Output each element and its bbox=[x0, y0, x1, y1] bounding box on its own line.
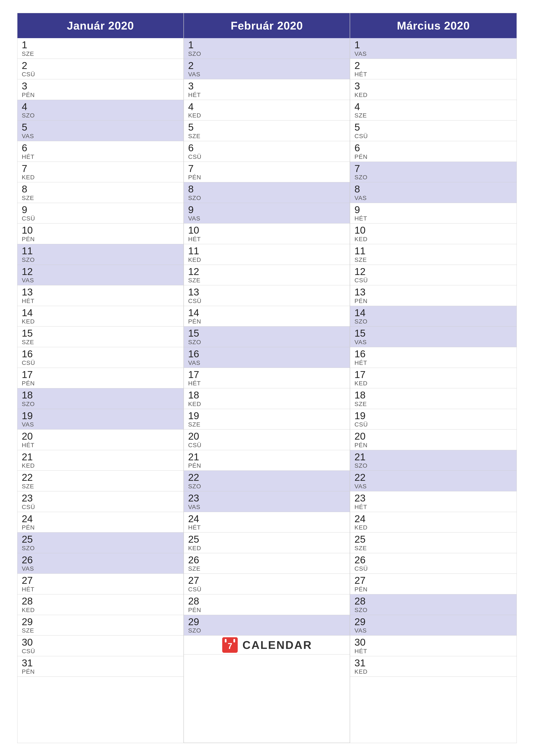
day-number: 9 bbox=[354, 204, 367, 215]
day-cell: 2CSÜ bbox=[22, 60, 35, 78]
day-row: 13PÉN bbox=[350, 285, 517, 306]
day-cell: 16VAS bbox=[188, 348, 200, 366]
day-cell: 2HÉT bbox=[354, 60, 367, 78]
day-number: 14 bbox=[188, 307, 201, 318]
day-abbr: CSÜ bbox=[188, 586, 202, 593]
day-abbr: SZO bbox=[22, 545, 35, 552]
day-number: 6 bbox=[188, 143, 202, 153]
day-abbr: VAS bbox=[188, 71, 200, 78]
day-number: 23 bbox=[354, 493, 367, 504]
day-row: 27CSÜ bbox=[184, 574, 350, 594]
day-cell: 8SZO bbox=[188, 184, 201, 202]
day-row: 5CSÜ bbox=[350, 121, 517, 141]
day-abbr: PÉN bbox=[22, 524, 35, 531]
day-number: 20 bbox=[354, 431, 368, 442]
day-row: 24HÉT bbox=[184, 512, 350, 533]
day-cell: 27CSÜ bbox=[188, 575, 202, 593]
day-cell: 20CSÜ bbox=[188, 431, 202, 449]
day-cell: 19SZE bbox=[188, 410, 200, 428]
day-cell: 30HÉT bbox=[354, 637, 367, 655]
day-row: 6CSÜ bbox=[184, 141, 350, 162]
day-row: 26SZE bbox=[184, 553, 350, 574]
day-row: 18SZE bbox=[350, 388, 517, 409]
day-number: 15 bbox=[22, 328, 34, 339]
day-abbr: VAS bbox=[354, 627, 367, 634]
day-number: 22 bbox=[354, 472, 367, 483]
day-row: 29SZO bbox=[184, 615, 350, 636]
day-row: 16CSÜ bbox=[17, 347, 184, 368]
day-number: 21 bbox=[354, 451, 368, 463]
day-number: 1 bbox=[22, 40, 34, 50]
day-row: 23VAS bbox=[184, 491, 350, 512]
day-row: 7SZO bbox=[350, 162, 517, 182]
day-number: 14 bbox=[354, 307, 368, 318]
day-cell: 29VAS bbox=[354, 616, 367, 634]
day-number: 24 bbox=[188, 513, 201, 524]
day-number: 6 bbox=[22, 143, 35, 153]
day-abbr: SZE bbox=[22, 483, 34, 490]
day-abbr: PÉN bbox=[22, 380, 35, 387]
day-number: 21 bbox=[22, 451, 35, 463]
day-row: 28PÉN bbox=[184, 594, 350, 615]
day-abbr: CSÜ bbox=[354, 277, 368, 284]
day-row: 25KED bbox=[184, 532, 350, 553]
day-number: 13 bbox=[22, 286, 35, 298]
day-number: 27 bbox=[188, 575, 202, 586]
day-abbr: PÉN bbox=[188, 174, 201, 181]
day-row: 7KED bbox=[17, 162, 184, 182]
day-abbr: KED bbox=[22, 462, 35, 469]
day-number: 20 bbox=[22, 431, 35, 442]
day-abbr: KED bbox=[188, 256, 201, 263]
day-number: 21 bbox=[188, 451, 201, 463]
day-row: 16HÉT bbox=[350, 347, 517, 368]
day-number: 1 bbox=[188, 40, 201, 50]
day-row: 24KED bbox=[350, 512, 517, 533]
day-number: 17 bbox=[188, 369, 201, 380]
day-cell: 19VAS bbox=[22, 410, 34, 428]
day-number: 29 bbox=[188, 616, 201, 627]
day-abbr: CSÜ bbox=[354, 421, 368, 428]
day-row: 2VAS bbox=[184, 59, 350, 80]
calendar-logo-icon: 7 bbox=[221, 636, 239, 654]
day-number: 16 bbox=[188, 348, 200, 360]
day-cell: 30CSÜ bbox=[22, 637, 35, 655]
empty-row bbox=[184, 655, 350, 743]
day-number: 31 bbox=[354, 658, 368, 668]
day-number: 16 bbox=[22, 348, 35, 360]
day-row: 3HÉT bbox=[184, 79, 350, 100]
day-abbr: KED bbox=[188, 545, 201, 552]
day-abbr: KED bbox=[354, 524, 368, 531]
day-row: 29VAS bbox=[350, 615, 517, 636]
day-number: 4 bbox=[188, 101, 201, 112]
day-number: 15 bbox=[354, 328, 367, 339]
day-number: 29 bbox=[22, 616, 34, 627]
day-abbr: HÉT bbox=[354, 504, 367, 511]
day-cell: 21PÉN bbox=[188, 451, 201, 470]
svg-text:7: 7 bbox=[228, 641, 232, 651]
day-row: 10HÉT bbox=[184, 224, 350, 244]
day-row: 1SZO bbox=[184, 38, 350, 59]
day-cell: 17PÉN bbox=[22, 369, 35, 387]
day-cell: 24PÉN bbox=[22, 513, 35, 531]
day-number: 26 bbox=[22, 554, 34, 565]
day-row: 25SZE bbox=[350, 532, 517, 553]
logo-text: CALENDAR bbox=[242, 638, 312, 652]
day-cell: 28KED bbox=[22, 596, 35, 613]
day-row: 26CSÜ bbox=[350, 553, 517, 574]
day-abbr: KED bbox=[354, 236, 368, 243]
day-abbr: HÉT bbox=[354, 648, 367, 655]
day-number: 2 bbox=[22, 60, 35, 71]
day-cell: 1VAS bbox=[354, 40, 367, 57]
day-cell: 28SZO bbox=[354, 596, 368, 613]
day-number: 23 bbox=[188, 493, 200, 504]
day-row: 7PÉN bbox=[184, 162, 350, 182]
day-number: 12 bbox=[188, 266, 200, 277]
day-cell: 12CSÜ bbox=[354, 266, 368, 284]
day-abbr: SZE bbox=[354, 112, 367, 119]
day-row: 12SZE bbox=[184, 265, 350, 285]
day-number: 12 bbox=[354, 266, 368, 277]
day-number: 2 bbox=[354, 60, 367, 71]
day-number: 17 bbox=[22, 369, 35, 380]
day-cell: 4SZE bbox=[354, 101, 367, 119]
day-row: 20CSÜ bbox=[184, 429, 350, 450]
